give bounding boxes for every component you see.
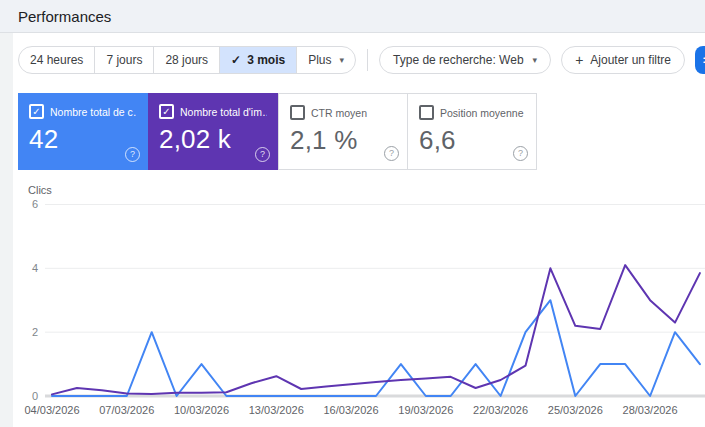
filter-settings-button[interactable] [695,46,705,74]
date-filter-label: 24 heures [30,53,83,67]
card-value: 6,6 [419,125,525,156]
checkbox-unchecked-icon[interactable] [419,105,434,120]
search-console-performance-page: Performances 24 heures 7 jours 28 jours … [0,0,705,427]
help-icon[interactable]: ? [125,147,140,162]
x-tick-label: 25/03/2026 [548,404,603,416]
card-average-position[interactable]: Position moyenne 6,6 ? [407,93,537,170]
chevron-down-icon: ▾ [340,55,345,65]
date-filter-28d[interactable]: 28 jours [153,47,219,73]
x-tick-label: 07/03/2026 [99,404,154,416]
card-average-ctr[interactable]: CTR moyen 2,1 % ? [278,93,408,170]
filters-toolbar: 24 heures 7 jours 28 jours ✓ 3 mois Plus… [18,46,705,74]
toolbar-divider [367,49,368,71]
date-range-group: 24 heures 7 jours 28 jours ✓ 3 mois Plus… [18,46,356,74]
date-filter-24h[interactable]: 24 heures [19,47,94,73]
checkbox-checked-icon[interactable]: ✓ [159,104,174,119]
chart-y-axis-title: Clics [28,184,52,196]
card-value: 2,1 % [290,125,396,156]
x-tick-label: 19/03/2026 [398,404,453,416]
chevron-down-icon: ▾ [533,55,538,65]
metric-cards: ✓ Nombre total de c… 42 ? ✓ Nombre total… [18,93,537,170]
help-icon[interactable]: ? [255,147,270,162]
add-filter-label: Ajouter un filtre [590,53,671,67]
card-label: CTR moyen [311,107,367,119]
date-filter-label: 3 mois [247,53,285,67]
x-tick-label: 10/03/2026 [174,404,229,416]
y-tick-label: 4 [32,262,38,274]
card-label: Position moyenne [440,107,523,119]
card-value: 42 [29,124,137,155]
card-total-impressions[interactable]: ✓ Nombre total d'im… 2,02 k ? [148,93,278,170]
plus-icon: + [575,52,583,68]
help-icon[interactable]: ? [384,146,399,161]
y-tick-label: 0 [32,390,38,402]
y-tick-label: 6 [32,198,38,210]
page-title: Performances [18,8,111,25]
checkbox-checked-icon[interactable]: ✓ [29,104,44,119]
date-filter-7d[interactable]: 7 jours [94,47,153,73]
date-filter-label: 28 jours [165,53,208,67]
date-filter-label: 7 jours [106,53,142,67]
help-icon[interactable]: ? [513,146,528,161]
x-tick-label: 04/03/2026 [24,404,79,416]
card-label: Nombre total de c… [50,106,137,118]
y-tick-label: 2 [32,326,38,338]
search-type-label: Type de recherche: Web [393,53,524,67]
date-filter-label: Plus [308,53,331,67]
card-label: Nombre total d'im… [180,106,267,118]
search-type-dropdown[interactable]: Type de recherche: Web ▾ [379,46,551,74]
card-total-clicks[interactable]: ✓ Nombre total de c… 42 ? [18,93,148,170]
x-tick-label: 13/03/2026 [249,404,304,416]
x-tick-label: 16/03/2026 [324,404,379,416]
page-left-gutter [0,0,13,427]
x-tick-label: 22/03/2026 [473,404,528,416]
add-filter-button[interactable]: + Ajouter un filtre [561,46,685,74]
filter-add-icon [701,52,705,68]
date-filter-more[interactable]: Plus ▾ [296,47,355,73]
card-value: 2,02 k [159,124,267,155]
check-icon: ✓ [231,53,241,67]
checkbox-unchecked-icon[interactable] [290,105,305,120]
clicks-line [52,300,700,396]
x-tick-label: 28/03/2026 [623,404,678,416]
impressions-line [52,265,700,394]
date-filter-3m-selected[interactable]: ✓ 3 mois [219,47,296,73]
